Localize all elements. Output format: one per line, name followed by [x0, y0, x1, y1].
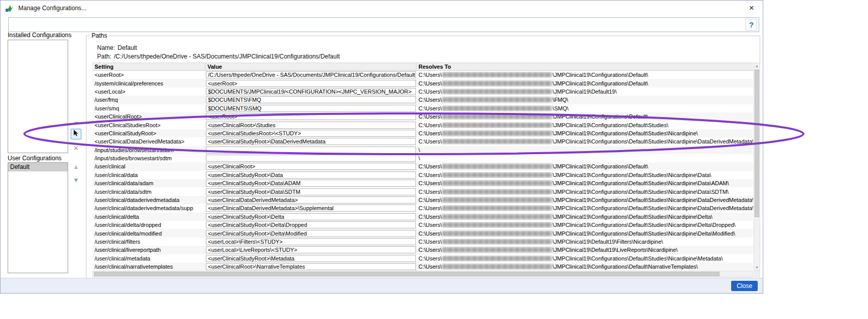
value-input[interactable]: <userClinicalStudyRoot>\DataDerivedMetad… — [206, 138, 416, 145]
redacted-text — [442, 239, 552, 244]
setting-cell[interactable]: /user/clinical/delta — [93, 214, 205, 220]
table-row: /user/clinical <userClinicalRoot> C:\Use… — [93, 162, 753, 170]
resolves-to-cell: C:\Users\\JMPClinical19\Configurations\D… — [416, 255, 753, 262]
horizontal-scroll-thumb[interactable] — [94, 272, 720, 276]
value-input[interactable]: $DOCUMENTS/JMPClinical19/<CONFIGURATION>… — [206, 88, 416, 95]
resolves-to-cell: \ — [416, 155, 753, 161]
value-input[interactable]: <userClinicalStudyRoot>\Metadata — [206, 255, 416, 262]
setting-cell[interactable]: /user/fmq — [93, 97, 205, 103]
installed-configurations-list[interactable] — [8, 40, 68, 153]
select-configuration-button[interactable] — [71, 129, 81, 139]
resolves-to-cell: C:\Users\\JMPClinical19\Configurations\D… — [416, 122, 753, 128]
setting-cell[interactable]: <userClinicalStudiesRoot> — [93, 122, 205, 128]
value-cell: <userClinicalStudiesRoot>\<STUDY> — [205, 130, 416, 137]
redacted-text — [442, 123, 552, 128]
vertical-scroll-thumb[interactable] — [755, 70, 759, 217]
help-button[interactable]: ? — [745, 19, 757, 31]
value-input[interactable]: $DOCUMENTS\SMQ — [206, 105, 416, 112]
value-cell — [205, 155, 416, 162]
add-configuration-button[interactable]: → — [71, 115, 81, 126]
resolves-to-cell: C:\Users\\JMPClinical19\Configurations\D… — [416, 205, 753, 211]
setting-cell[interactable]: /user/clinical/delta/modified — [93, 230, 205, 237]
setting-cell[interactable]: <userClinicalRoot> — [93, 113, 205, 120]
setting-cell[interactable]: <userClinicalDataDerivedMetadata> — [93, 138, 205, 144]
value-input[interactable]: <userClinicalRoot>\NarrativeTemplates — [206, 263, 416, 270]
delete-configuration-button[interactable]: × — [71, 142, 81, 153]
table-row: /input/studies/browsestart/adam \ — [93, 146, 753, 154]
value-cell: <userClinicalRoot> — [205, 163, 416, 170]
value-input[interactable]: <userClinicalStudyRoot>\Data — [206, 171, 416, 179]
table-row: /user/clinical/filters <userLocal>\Filte… — [93, 238, 753, 246]
value-input[interactable]: <userClinicalRoot>\Studies — [206, 122, 416, 129]
column-header-value[interactable]: Value — [205, 63, 416, 70]
title-bar: Manage Configurations... × — [1, 1, 763, 16]
setting-cell[interactable]: /user/clinical — [93, 163, 205, 169]
table-row: <userClinicalDataDerivedMetadata> <userC… — [93, 137, 753, 146]
setting-cell[interactable]: /user/clinical/data/adam — [93, 180, 205, 186]
value-input[interactable]: <userClinicalStudyRoot>\Delta\Modified — [206, 230, 416, 237]
setting-cell[interactable]: /user/smq — [93, 105, 205, 111]
table-row: /input/studies/browsestart/sdtm \ — [93, 154, 753, 162]
setting-cell[interactable]: /user/clinical/filters — [93, 239, 205, 245]
value-input[interactable]: $DOCUMENTS\FMQ — [206, 96, 416, 103]
value-input[interactable]: <userLocal>\Filters\<STUDY> — [206, 238, 416, 245]
table-row: /user/clinical/delta/modified <userClini… — [93, 229, 753, 237]
setting-cell[interactable]: /input/studies/browsestart/adam — [93, 147, 205, 153]
value-cell: <userRoot> — [205, 80, 416, 87]
value-input[interactable] — [206, 147, 416, 154]
setting-cell[interactable]: /user/clinical/dataderivedmetadata/supp — [93, 205, 205, 211]
value-input[interactable] — [206, 155, 416, 162]
list-item[interactable]: Default — [8, 163, 68, 171]
delete-icon: × — [74, 143, 78, 152]
setting-cell[interactable]: /user/clinical/delta/dropped — [93, 222, 205, 228]
value-cell: <userClinicalRoot>\NarrativeTemplates — [205, 263, 416, 270]
value-input[interactable]: <userClinicalDataDerivedMetadata>\Supple… — [206, 205, 416, 212]
value-input[interactable]: <userLocal>\LiveReports\<STUDY> — [206, 246, 416, 253]
value-input[interactable]: <userRoot> — [206, 80, 416, 87]
redacted-text — [442, 89, 552, 94]
setting-cell[interactable]: /user/clinical/narrativetemplates — [93, 264, 205, 270]
horizontal-scrollbar[interactable] — [93, 271, 753, 277]
value-input[interactable]: <userClinicalStudiesRoot>\<STUDY> — [206, 130, 416, 137]
resolves-to-cell: C:\Users\\JMPClinical19\Configurations\D… — [416, 197, 753, 203]
setting-cell[interactable]: <userClinicalStudyRoot> — [93, 130, 205, 136]
user-configurations-list[interactable]: Default — [8, 162, 68, 273]
setting-cell[interactable]: <userLocal> — [93, 89, 205, 95]
setting-cell[interactable]: /user/clinical/data/sdtm — [93, 189, 205, 195]
value-input[interactable]: <userClinicalStudyRoot>\Delta\Dropped — [206, 221, 416, 228]
column-header-setting[interactable]: Setting — [93, 63, 205, 70]
setting-cell[interactable]: <userRoot> — [93, 72, 205, 78]
redacted-text — [442, 164, 552, 169]
resolves-to-cell: C:\Users\\JMPClinical19\Configurations\D… — [416, 222, 753, 228]
close-button[interactable]: Close — [731, 281, 758, 291]
scroll-down-icon[interactable]: ▼ — [754, 265, 760, 270]
scrollbar-corner — [754, 271, 760, 277]
setting-cell[interactable]: /input/studies/browsestart/sdtm — [93, 155, 205, 161]
resolves-to-cell: C:\Users\\JMPClinical19\Configurations\D… — [416, 180, 753, 186]
value-input[interactable]: <userClinicalStudyRoot>\Data\ADAM — [206, 180, 416, 187]
close-icon[interactable]: × — [743, 2, 760, 15]
value-input[interactable]: <userClinicalRoot> — [206, 163, 416, 170]
setting-cell[interactable]: /user/clinical/livereportpath — [93, 247, 205, 253]
value-input[interactable]: <userClinicalDataDerivedMetadata> — [206, 196, 416, 204]
arrow-up-icon: ▲ — [73, 163, 79, 170]
table-row: <userLocal> $DOCUMENTS/JMPClinical19/<CO… — [93, 88, 753, 96]
setting-cell[interactable]: /user/clinical/data — [93, 172, 205, 178]
resolves-to-cell: C:\Users\\JMPClinical19\Configurations\D… — [416, 214, 753, 220]
setting-cell[interactable]: /system/clinical/preferences — [93, 80, 205, 86]
resolves-to-cell: C:\Users\\JMPClinical19\Configurations\D… — [416, 113, 753, 120]
table-row: /user/clinical/dataderivedmetadata <user… — [93, 196, 753, 204]
value-input[interactable]: <userClinicalStudyRoot>\Data\SDTM — [206, 188, 416, 195]
setting-cell[interactable]: /user/clinical/dataderivedmetadata — [93, 197, 205, 203]
value-input[interactable]: <userClinicalStudyRoot>\Delta — [206, 213, 416, 220]
setting-cell[interactable]: /user/clinical/metadata — [93, 255, 205, 262]
config-name-line: Name:Default — [97, 44, 137, 51]
value-input[interactable]: <userRoot> — [206, 113, 416, 120]
move-down-button[interactable]: ▼ — [71, 175, 81, 185]
scroll-up-icon[interactable]: ▲ — [754, 63, 760, 69]
value-input[interactable]: /C:/Users/thpede/OneDrive - SAS/Document… — [206, 71, 416, 78]
column-header-resolves-to[interactable]: Resolves To — [416, 63, 753, 70]
redacted-text — [442, 114, 552, 119]
move-up-button[interactable]: ▲ — [71, 161, 81, 172]
vertical-scrollbar[interactable]: ▲ ▼ — [754, 63, 760, 271]
